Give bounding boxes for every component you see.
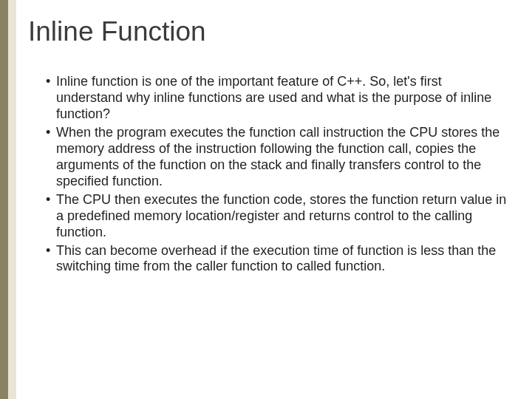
list-item: Inline function is one of the important … [46, 74, 510, 123]
bullet-list: Inline function is one of the important … [46, 74, 510, 275]
slide-body: Inline function is one of the important … [28, 74, 510, 275]
list-item: The CPU then executes the function code,… [46, 192, 510, 241]
accent-bar-inner [8, 0, 16, 399]
list-item: When the program executes the function c… [46, 125, 510, 190]
slide-content: Inline Function Inline function is one o… [28, 16, 510, 377]
slide-title: Inline Function [28, 16, 510, 47]
list-item: This can become overhead if the executio… [46, 243, 510, 276]
